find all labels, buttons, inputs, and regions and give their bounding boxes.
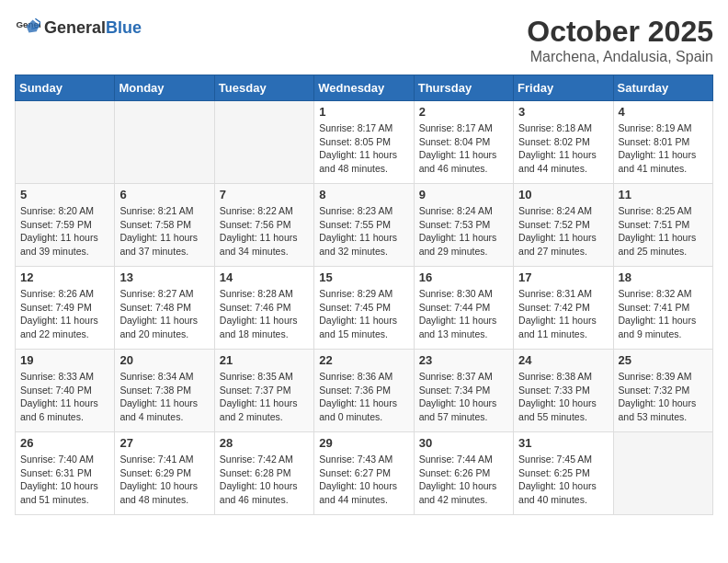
calendar-cell: 21Sunrise: 8:35 AM Sunset: 7:37 PM Dayli… [214,350,313,432]
location-title: Marchena, Andalusia, Spain [527,49,713,65]
day-info: Sunrise: 8:20 AM Sunset: 7:59 PM Dayligh… [20,204,109,259]
calendar-cell: 9Sunrise: 8:24 AM Sunset: 7:53 PM Daylig… [414,184,513,267]
day-info: Sunrise: 8:19 AM Sunset: 8:01 PM Dayligh… [619,121,708,176]
day-number: 19 [20,353,109,367]
day-number: 3 [518,105,608,119]
day-info: Sunrise: 8:28 AM Sunset: 7:46 PM Dayligh… [220,287,309,341]
weekday-header-saturday: Saturday [613,75,712,101]
day-number: 29 [319,436,408,450]
day-info: Sunrise: 8:17 AM Sunset: 8:05 PM Dayligh… [319,121,408,176]
day-info: Sunrise: 7:41 AM Sunset: 6:29 PM Dayligh… [119,453,209,507]
calendar-cell: 12Sunrise: 8:26 AM Sunset: 7:49 PM Dayli… [16,267,115,350]
calendar-cell: 20Sunrise: 8:34 AM Sunset: 7:38 PM Dayli… [115,350,214,432]
calendar-cell: 19Sunrise: 8:33 AM Sunset: 7:40 PM Dayli… [16,350,115,432]
calendar-cell: 5Sunrise: 8:20 AM Sunset: 7:59 PM Daylig… [16,184,115,267]
day-number: 22 [319,353,408,367]
day-info: Sunrise: 8:36 AM Sunset: 7:36 PM Dayligh… [319,370,408,424]
calendar-cell: 11Sunrise: 8:25 AM Sunset: 7:51 PM Dayli… [613,184,712,267]
weekday-header-monday: Monday [115,75,214,101]
day-number: 1 [319,105,408,119]
calendar-cell: 18Sunrise: 8:32 AM Sunset: 7:41 PM Dayli… [613,267,712,350]
logo-icon: General [15,15,40,40]
day-info: Sunrise: 8:18 AM Sunset: 8:02 PM Dayligh… [518,121,608,176]
calendar-cell: 31Sunrise: 7:45 AM Sunset: 6:25 PM Dayli… [514,432,613,515]
day-number: 28 [220,436,309,450]
day-number: 15 [319,270,408,284]
calendar-table: SundayMondayTuesdayWednesdayThursdayFrid… [15,75,713,515]
week-row-3: 12Sunrise: 8:26 AM Sunset: 7:49 PM Dayli… [16,267,713,350]
day-info: Sunrise: 8:22 AM Sunset: 7:56 PM Dayligh… [220,204,309,259]
day-number: 31 [518,436,608,450]
calendar-cell: 13Sunrise: 8:27 AM Sunset: 7:48 PM Dayli… [115,267,214,350]
day-number: 5 [20,188,109,201]
day-number: 30 [419,436,508,450]
weekday-header-row: SundayMondayTuesdayWednesdayThursdayFrid… [16,75,713,101]
weekday-header-friday: Friday [514,75,613,101]
day-number: 13 [119,270,209,284]
day-info: Sunrise: 8:38 AM Sunset: 7:33 PM Dayligh… [518,370,608,424]
day-info: Sunrise: 8:26 AM Sunset: 7:49 PM Dayligh… [20,287,109,341]
calendar-cell: 27Sunrise: 7:41 AM Sunset: 6:29 PM Dayli… [115,432,214,515]
day-info: Sunrise: 8:34 AM Sunset: 7:38 PM Dayligh… [119,370,209,424]
calendar-cell: 2Sunrise: 8:17 AM Sunset: 8:04 PM Daylig… [414,101,513,184]
calendar-cell: 4Sunrise: 8:19 AM Sunset: 8:01 PM Daylig… [613,101,712,184]
day-info: Sunrise: 8:23 AM Sunset: 7:55 PM Dayligh… [319,204,408,259]
calendar-cell: 23Sunrise: 8:37 AM Sunset: 7:34 PM Dayli… [414,350,513,432]
day-info: Sunrise: 8:21 AM Sunset: 7:58 PM Dayligh… [119,204,209,259]
weekday-header-wednesday: Wednesday [314,75,414,101]
day-info: Sunrise: 8:35 AM Sunset: 7:37 PM Dayligh… [220,370,309,424]
day-number: 24 [518,353,608,367]
day-number: 6 [119,188,209,201]
day-info: Sunrise: 8:30 AM Sunset: 7:44 PM Dayligh… [419,287,508,341]
calendar-cell: 6Sunrise: 8:21 AM Sunset: 7:58 PM Daylig… [115,184,214,267]
day-info: Sunrise: 8:24 AM Sunset: 7:52 PM Dayligh… [518,204,608,259]
calendar-cell: 26Sunrise: 7:40 AM Sunset: 6:31 PM Dayli… [16,432,115,515]
day-number: 10 [518,188,608,201]
day-number: 16 [419,270,508,284]
day-number: 27 [119,436,209,450]
weekday-header-thursday: Thursday [414,75,513,101]
calendar-cell: 16Sunrise: 8:30 AM Sunset: 7:44 PM Dayli… [414,267,513,350]
day-info: Sunrise: 8:27 AM Sunset: 7:48 PM Dayligh… [119,287,209,341]
day-number: 23 [419,353,508,367]
weekday-header-sunday: Sunday [16,75,115,101]
calendar-cell [16,101,115,184]
page-header: General General Blue October 2025 Marche… [15,15,713,65]
day-info: Sunrise: 8:24 AM Sunset: 7:53 PM Dayligh… [419,204,508,259]
calendar-cell: 24Sunrise: 8:38 AM Sunset: 7:33 PM Dayli… [514,350,613,432]
calendar-cell: 22Sunrise: 8:36 AM Sunset: 7:36 PM Dayli… [314,350,414,432]
day-number: 8 [319,188,408,201]
day-info: Sunrise: 7:40 AM Sunset: 6:31 PM Dayligh… [20,453,109,507]
day-number: 21 [220,353,309,367]
day-number: 17 [518,270,608,284]
calendar-cell: 7Sunrise: 8:22 AM Sunset: 7:56 PM Daylig… [214,184,313,267]
day-info: Sunrise: 7:43 AM Sunset: 6:27 PM Dayligh… [319,453,408,507]
logo: General General Blue [15,15,142,40]
day-number: 4 [619,105,708,119]
day-info: Sunrise: 7:44 AM Sunset: 6:26 PM Dayligh… [419,453,508,507]
calendar-cell: 14Sunrise: 8:28 AM Sunset: 7:46 PM Dayli… [214,267,313,350]
logo-blue: Blue [106,18,142,38]
calendar-cell: 10Sunrise: 8:24 AM Sunset: 7:52 PM Dayli… [514,184,613,267]
calendar-cell [115,101,214,184]
calendar-cell [613,432,712,515]
day-number: 18 [619,270,708,284]
day-number: 7 [220,188,309,201]
day-number: 26 [20,436,109,450]
day-info: Sunrise: 7:42 AM Sunset: 6:28 PM Dayligh… [220,453,309,507]
calendar-cell: 29Sunrise: 7:43 AM Sunset: 6:27 PM Dayli… [314,432,414,515]
day-info: Sunrise: 7:45 AM Sunset: 6:25 PM Dayligh… [518,453,608,507]
day-info: Sunrise: 8:32 AM Sunset: 7:41 PM Dayligh… [619,287,708,341]
calendar-cell: 8Sunrise: 8:23 AM Sunset: 7:55 PM Daylig… [314,184,414,267]
week-row-5: 26Sunrise: 7:40 AM Sunset: 6:31 PM Dayli… [16,432,713,515]
week-row-4: 19Sunrise: 8:33 AM Sunset: 7:40 PM Dayli… [16,350,713,432]
day-number: 2 [419,105,508,119]
day-info: Sunrise: 8:25 AM Sunset: 7:51 PM Dayligh… [619,204,708,259]
day-number: 14 [220,270,309,284]
calendar-cell: 17Sunrise: 8:31 AM Sunset: 7:42 PM Dayli… [514,267,613,350]
day-info: Sunrise: 8:17 AM Sunset: 8:04 PM Dayligh… [419,121,508,176]
day-number: 20 [119,353,209,367]
calendar-cell: 28Sunrise: 7:42 AM Sunset: 6:28 PM Dayli… [214,432,313,515]
day-number: 25 [619,353,708,367]
day-number: 12 [20,270,109,284]
